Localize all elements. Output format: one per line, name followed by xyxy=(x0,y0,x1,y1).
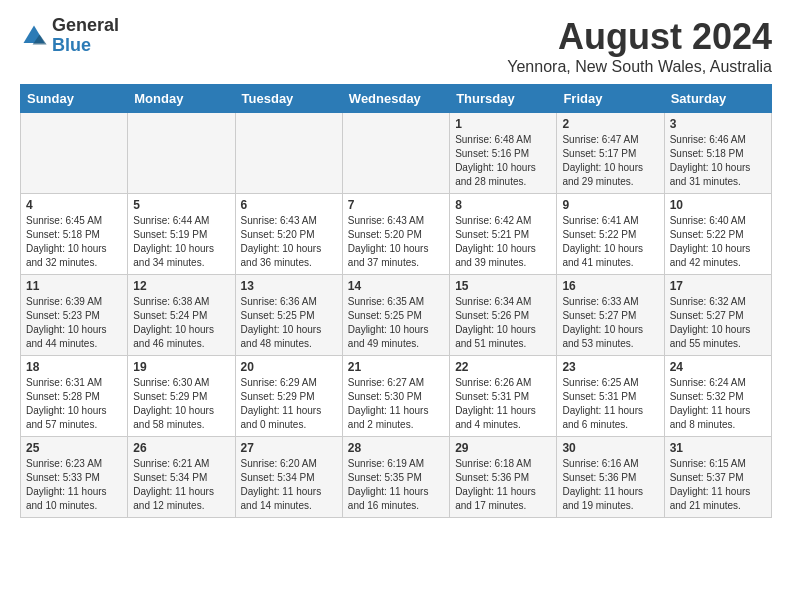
calendar-cell: 12Sunrise: 6:38 AMSunset: 5:24 PMDayligh… xyxy=(128,275,235,356)
calendar-cell: 24Sunrise: 6:24 AMSunset: 5:32 PMDayligh… xyxy=(664,356,771,437)
day-number: 27 xyxy=(241,441,337,455)
day-info: Sunrise: 6:26 AMSunset: 5:31 PMDaylight:… xyxy=(455,376,551,432)
calendar-cell: 5Sunrise: 6:44 AMSunset: 5:19 PMDaylight… xyxy=(128,194,235,275)
day-info: Sunrise: 6:33 AMSunset: 5:27 PMDaylight:… xyxy=(562,295,658,351)
calendar-cell: 19Sunrise: 6:30 AMSunset: 5:29 PMDayligh… xyxy=(128,356,235,437)
day-info: Sunrise: 6:30 AMSunset: 5:29 PMDaylight:… xyxy=(133,376,229,432)
calendar-cell: 6Sunrise: 6:43 AMSunset: 5:20 PMDaylight… xyxy=(235,194,342,275)
day-number: 3 xyxy=(670,117,766,131)
day-number: 30 xyxy=(562,441,658,455)
day-number: 6 xyxy=(241,198,337,212)
logo-text: General Blue xyxy=(52,16,119,56)
week-row-4: 18Sunrise: 6:31 AMSunset: 5:28 PMDayligh… xyxy=(21,356,772,437)
day-number: 21 xyxy=(348,360,444,374)
day-number: 20 xyxy=(241,360,337,374)
day-number: 24 xyxy=(670,360,766,374)
day-number: 25 xyxy=(26,441,122,455)
day-info: Sunrise: 6:39 AMSunset: 5:23 PMDaylight:… xyxy=(26,295,122,351)
calendar-cell xyxy=(21,113,128,194)
day-info: Sunrise: 6:16 AMSunset: 5:36 PMDaylight:… xyxy=(562,457,658,513)
calendar-cell: 9Sunrise: 6:41 AMSunset: 5:22 PMDaylight… xyxy=(557,194,664,275)
day-info: Sunrise: 6:43 AMSunset: 5:20 PMDaylight:… xyxy=(348,214,444,270)
day-number: 5 xyxy=(133,198,229,212)
day-info: Sunrise: 6:21 AMSunset: 5:34 PMDaylight:… xyxy=(133,457,229,513)
week-row-1: 1Sunrise: 6:48 AMSunset: 5:16 PMDaylight… xyxy=(21,113,772,194)
day-info: Sunrise: 6:38 AMSunset: 5:24 PMDaylight:… xyxy=(133,295,229,351)
day-info: Sunrise: 6:47 AMSunset: 5:17 PMDaylight:… xyxy=(562,133,658,189)
day-info: Sunrise: 6:25 AMSunset: 5:31 PMDaylight:… xyxy=(562,376,658,432)
day-number: 16 xyxy=(562,279,658,293)
calendar-cell: 14Sunrise: 6:35 AMSunset: 5:25 PMDayligh… xyxy=(342,275,449,356)
day-info: Sunrise: 6:45 AMSunset: 5:18 PMDaylight:… xyxy=(26,214,122,270)
day-info: Sunrise: 6:36 AMSunset: 5:25 PMDaylight:… xyxy=(241,295,337,351)
weekday-header-thursday: Thursday xyxy=(450,85,557,113)
calendar-cell: 23Sunrise: 6:25 AMSunset: 5:31 PMDayligh… xyxy=(557,356,664,437)
calendar-cell: 22Sunrise: 6:26 AMSunset: 5:31 PMDayligh… xyxy=(450,356,557,437)
day-number: 8 xyxy=(455,198,551,212)
calendar-cell: 31Sunrise: 6:15 AMSunset: 5:37 PMDayligh… xyxy=(664,437,771,518)
day-info: Sunrise: 6:43 AMSunset: 5:20 PMDaylight:… xyxy=(241,214,337,270)
calendar-cell: 27Sunrise: 6:20 AMSunset: 5:34 PMDayligh… xyxy=(235,437,342,518)
day-number: 14 xyxy=(348,279,444,293)
day-number: 29 xyxy=(455,441,551,455)
week-row-3: 11Sunrise: 6:39 AMSunset: 5:23 PMDayligh… xyxy=(21,275,772,356)
weekday-header-tuesday: Tuesday xyxy=(235,85,342,113)
day-number: 4 xyxy=(26,198,122,212)
calendar-cell xyxy=(235,113,342,194)
day-info: Sunrise: 6:27 AMSunset: 5:30 PMDaylight:… xyxy=(348,376,444,432)
calendar-cell: 10Sunrise: 6:40 AMSunset: 5:22 PMDayligh… xyxy=(664,194,771,275)
day-info: Sunrise: 6:24 AMSunset: 5:32 PMDaylight:… xyxy=(670,376,766,432)
day-number: 26 xyxy=(133,441,229,455)
weekday-header-friday: Friday xyxy=(557,85,664,113)
day-info: Sunrise: 6:15 AMSunset: 5:37 PMDaylight:… xyxy=(670,457,766,513)
weekday-header-saturday: Saturday xyxy=(664,85,771,113)
week-row-2: 4Sunrise: 6:45 AMSunset: 5:18 PMDaylight… xyxy=(21,194,772,275)
calendar-cell: 4Sunrise: 6:45 AMSunset: 5:18 PMDaylight… xyxy=(21,194,128,275)
day-number: 7 xyxy=(348,198,444,212)
day-number: 31 xyxy=(670,441,766,455)
calendar-cell: 3Sunrise: 6:46 AMSunset: 5:18 PMDaylight… xyxy=(664,113,771,194)
day-info: Sunrise: 6:40 AMSunset: 5:22 PMDaylight:… xyxy=(670,214,766,270)
day-info: Sunrise: 6:42 AMSunset: 5:21 PMDaylight:… xyxy=(455,214,551,270)
weekday-header-wednesday: Wednesday xyxy=(342,85,449,113)
weekday-header-monday: Monday xyxy=(128,85,235,113)
day-number: 12 xyxy=(133,279,229,293)
calendar-cell: 13Sunrise: 6:36 AMSunset: 5:25 PMDayligh… xyxy=(235,275,342,356)
location-subtitle: Yennora, New South Wales, Australia xyxy=(507,58,772,76)
calendar-cell: 2Sunrise: 6:47 AMSunset: 5:17 PMDaylight… xyxy=(557,113,664,194)
calendar-cell: 29Sunrise: 6:18 AMSunset: 5:36 PMDayligh… xyxy=(450,437,557,518)
header: General Blue August 2024 Yennora, New So… xyxy=(20,16,772,76)
week-row-5: 25Sunrise: 6:23 AMSunset: 5:33 PMDayligh… xyxy=(21,437,772,518)
day-info: Sunrise: 6:41 AMSunset: 5:22 PMDaylight:… xyxy=(562,214,658,270)
logo: General Blue xyxy=(20,16,119,56)
day-number: 2 xyxy=(562,117,658,131)
day-info: Sunrise: 6:18 AMSunset: 5:36 PMDaylight:… xyxy=(455,457,551,513)
day-info: Sunrise: 6:19 AMSunset: 5:35 PMDaylight:… xyxy=(348,457,444,513)
calendar-cell: 1Sunrise: 6:48 AMSunset: 5:16 PMDaylight… xyxy=(450,113,557,194)
month-title: August 2024 xyxy=(507,16,772,58)
day-info: Sunrise: 6:34 AMSunset: 5:26 PMDaylight:… xyxy=(455,295,551,351)
day-info: Sunrise: 6:23 AMSunset: 5:33 PMDaylight:… xyxy=(26,457,122,513)
day-info: Sunrise: 6:46 AMSunset: 5:18 PMDaylight:… xyxy=(670,133,766,189)
calendar-cell: 16Sunrise: 6:33 AMSunset: 5:27 PMDayligh… xyxy=(557,275,664,356)
calendar-cell: 17Sunrise: 6:32 AMSunset: 5:27 PMDayligh… xyxy=(664,275,771,356)
day-number: 17 xyxy=(670,279,766,293)
calendar-cell xyxy=(128,113,235,194)
title-section: August 2024 Yennora, New South Wales, Au… xyxy=(507,16,772,76)
calendar-cell: 18Sunrise: 6:31 AMSunset: 5:28 PMDayligh… xyxy=(21,356,128,437)
day-number: 22 xyxy=(455,360,551,374)
calendar-cell: 7Sunrise: 6:43 AMSunset: 5:20 PMDaylight… xyxy=(342,194,449,275)
day-info: Sunrise: 6:29 AMSunset: 5:29 PMDaylight:… xyxy=(241,376,337,432)
calendar-cell: 11Sunrise: 6:39 AMSunset: 5:23 PMDayligh… xyxy=(21,275,128,356)
calendar-cell: 15Sunrise: 6:34 AMSunset: 5:26 PMDayligh… xyxy=(450,275,557,356)
day-number: 28 xyxy=(348,441,444,455)
weekday-header-row: SundayMondayTuesdayWednesdayThursdayFrid… xyxy=(21,85,772,113)
calendar-cell: 30Sunrise: 6:16 AMSunset: 5:36 PMDayligh… xyxy=(557,437,664,518)
day-number: 9 xyxy=(562,198,658,212)
calendar-cell xyxy=(342,113,449,194)
day-number: 15 xyxy=(455,279,551,293)
day-number: 11 xyxy=(26,279,122,293)
day-info: Sunrise: 6:48 AMSunset: 5:16 PMDaylight:… xyxy=(455,133,551,189)
calendar-table: SundayMondayTuesdayWednesdayThursdayFrid… xyxy=(20,84,772,518)
day-number: 19 xyxy=(133,360,229,374)
